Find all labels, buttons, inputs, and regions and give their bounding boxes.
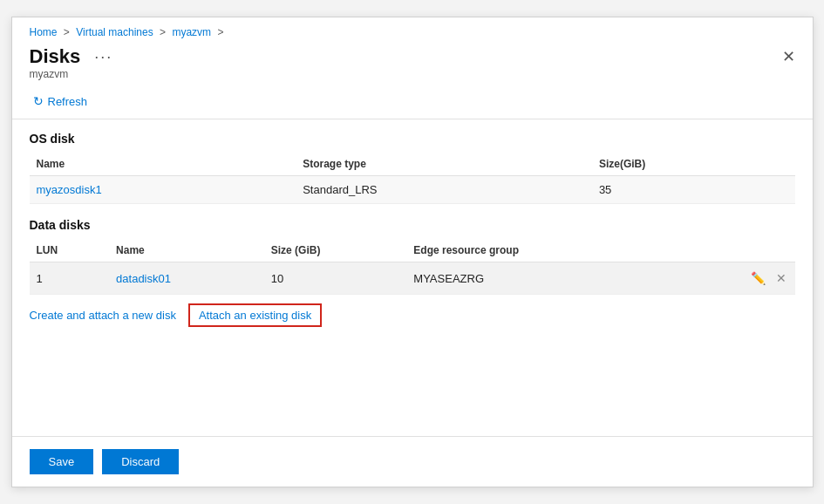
data-disks-table: LUN Name Size (GiB) Edge resource group …	[30, 239, 795, 295]
data-disk-lun-cell: 1	[30, 262, 110, 295]
attach-existing-button[interactable]: Attach an existing disk	[188, 303, 322, 327]
data-disks-section-title: Data disks	[30, 218, 795, 232]
close-button[interactable]: ✕	[782, 49, 795, 65]
os-disk-name-cell: myazosdisk1	[30, 176, 296, 204]
os-disk-storage-cell: Standard_LRS	[296, 176, 592, 204]
edit-disk-button[interactable]: ✏️	[749, 269, 767, 287]
data-disk-name-link[interactable]: datadisk01	[116, 272, 171, 285]
data-disks-col-actions	[675, 239, 794, 262]
data-disks-header-row: LUN Name Size (GiB) Edge resource group	[30, 239, 795, 262]
os-disk-col-size: Size(GiB)	[592, 153, 795, 176]
data-disk-row: 1 datadisk01 10 MYASEAZRG ✏️ ✕	[30, 262, 795, 295]
refresh-label: Refresh	[48, 95, 88, 108]
refresh-button[interactable]: ↻ Refresh	[30, 92, 92, 110]
breadcrumb-sep1: >	[64, 26, 70, 38]
breadcrumb-home[interactable]: Home	[30, 26, 58, 38]
data-disk-resource-group-cell: MYASEAZRG	[406, 262, 675, 295]
breadcrumb-virtual-machines[interactable]: Virtual machines	[76, 26, 153, 38]
attach-row: Create and attach a new disk Attach an e…	[30, 303, 795, 327]
breadcrumb-sep2: >	[160, 26, 166, 38]
data-disk-name-cell: datadisk01	[109, 262, 264, 295]
toolbar: ↻ Refresh	[12, 87, 813, 119]
header-left: Disks ···	[30, 45, 119, 68]
os-disk-row: myazosdisk1 Standard_LRS 35	[30, 176, 795, 204]
delete-disk-button[interactable]: ✕	[774, 269, 788, 287]
save-button[interactable]: Save	[30, 449, 94, 474]
data-disks-col-name: Name	[109, 239, 264, 262]
more-options-button[interactable]: ···	[89, 46, 118, 68]
data-disks-col-lun: LUN	[30, 239, 110, 262]
os-disk-table: Name Storage type Size(GiB) myazosdisk1 …	[30, 153, 795, 204]
data-disks-col-size: Size (GiB)	[264, 239, 407, 262]
os-disk-size-cell: 35	[592, 176, 795, 204]
refresh-icon: ↻	[33, 94, 44, 108]
header-row: Disks ··· ✕	[12, 42, 813, 68]
os-disk-col-storage: Storage type	[296, 153, 592, 176]
os-disk-section-title: OS disk	[30, 132, 795, 146]
breadcrumb-vm-name[interactable]: myazvm	[172, 26, 211, 38]
discard-button[interactable]: Discard	[102, 449, 179, 474]
data-disks-col-resource-group: Edge resource group	[406, 239, 675, 262]
os-disk-col-name: Name	[30, 153, 296, 176]
breadcrumb: Home > Virtual machines > myazvm >	[12, 17, 813, 42]
disks-panel: Home > Virtual machines > myazvm > Disks…	[11, 17, 814, 487]
data-disks-section: Data disks LUN Name Size (GiB) Edge reso…	[30, 218, 795, 327]
page-title: Disks	[30, 45, 81, 68]
os-disk-header-row: Name Storage type Size(GiB)	[30, 153, 795, 176]
footer: Save Discard	[12, 436, 813, 487]
data-disk-size-cell: 10	[264, 262, 407, 295]
create-attach-link[interactable]: Create and attach a new disk	[30, 309, 188, 322]
panel-subtitle: myazvm	[12, 68, 813, 87]
content-area: OS disk Name Storage type Size(GiB) myaz…	[12, 119, 813, 436]
breadcrumb-sep3: >	[217, 26, 223, 38]
action-cell: ✏️ ✕	[682, 269, 787, 287]
data-disk-actions-cell: ✏️ ✕	[675, 262, 794, 295]
os-disk-name-link[interactable]: myazosdisk1	[37, 183, 102, 196]
